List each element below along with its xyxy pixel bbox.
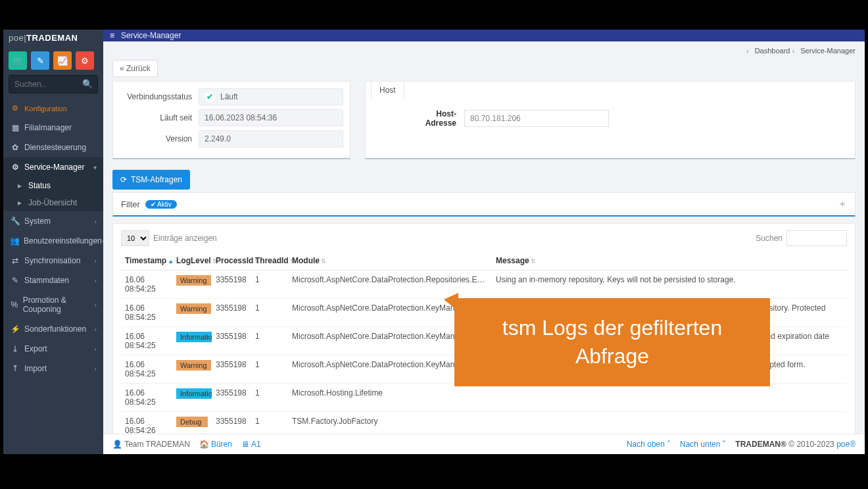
crumb-dashboard[interactable]: Dashboard — [755, 47, 790, 55]
filter-active-badge[interactable]: ✔ Aktiv — [145, 200, 177, 209]
cell-message: Using an in-memory repository. Keys will… — [492, 270, 847, 299]
footer: 👤 Team TRADEMAN 🏠 Büren 🖥 A1 Nach oben ˄… — [103, 434, 865, 454]
host-panel: Host Host-Adresse — [365, 81, 856, 159]
subnav-label: Job-Übersicht — [28, 198, 77, 207]
chevron-left-icon: ‹ — [102, 238, 104, 245]
sort-icon: ⇅ — [531, 258, 536, 265]
cell-processid: 3355198 — [212, 270, 251, 299]
col-processid[interactable]: ProcessId⇅ — [212, 251, 251, 270]
chevron-left-icon: ‹ — [95, 346, 97, 353]
col-message[interactable]: Message⇅ — [492, 251, 847, 270]
table-search-input[interactable] — [786, 230, 847, 246]
nav-section-config-label: Konfiguration — [24, 105, 67, 113]
cell-timestamp: 16.06 08:54:25 — [121, 355, 172, 384]
col-module[interactable]: Module⇅ — [288, 251, 492, 270]
subnav-status[interactable]: ▸Status — [3, 177, 103, 194]
nav-benutzereinstellungen[interactable]: 👥Benutzereinstellungen‹ — [3, 231, 103, 251]
sidebar: poe| TRADEMAN 🛒 ✎ 📈 ⚙ 🔍 ⚙Konfiguration ▦… — [3, 30, 103, 454]
main: ≡ Service-Manager › Dashboard › Service-… — [103, 30, 865, 454]
cart-icon[interactable]: 🛒 — [9, 51, 27, 70]
cell-loglevel: Information — [172, 327, 212, 355]
label-verbindungsstatus: Verbindungsstatus — [120, 92, 199, 101]
cell-threadid: 1 — [251, 270, 288, 299]
cell-processid: 3355198 — [212, 355, 251, 384]
cell-loglevel: Information — [172, 384, 212, 412]
menu-icon[interactable]: ≡ — [110, 31, 114, 40]
status-panel: Verbindungsstatus ✔Läuft Läuft seit 16.0… — [112, 81, 350, 159]
nav-promotion[interactable]: %Promotion & Couponing‹ — [3, 290, 103, 319]
chevron-left-icon: ‹ — [95, 277, 97, 284]
nav-label: Filialmanager — [24, 123, 72, 132]
footer-location[interactable]: 🏠 Büren — [199, 440, 232, 449]
tab-host[interactable]: Host — [371, 81, 404, 99]
check-icon: ✔ — [205, 91, 215, 102]
cell-threadid: 1 — [251, 384, 288, 412]
expand-filter-icon[interactable]: ＋ — [838, 198, 847, 210]
topbar: ≡ Service-Manager — [103, 30, 865, 41]
nav-section-config: ⚙Konfiguration — [3, 99, 103, 118]
table-row: 16.06 08:54:25Information33551981Microso… — [121, 384, 847, 412]
nav-sonderfunktionen[interactable]: ⚡Sonderfunktionen‹ — [3, 319, 103, 339]
cell-message — [492, 412, 847, 434]
label-host-adresse: Host-Adresse — [405, 109, 464, 128]
col-loglevel[interactable]: LogLevel⇅ — [172, 251, 212, 270]
nav-dienstesteuerung[interactable]: ✿Dienstesteuerung — [3, 138, 103, 157]
back-button[interactable]: « Zurück — [112, 60, 158, 77]
gear-icon: ⚙ — [10, 104, 20, 113]
sidebar-search[interactable]: 🔍 — [9, 75, 98, 93]
nav-label: Export — [24, 344, 47, 353]
chevron-left-icon: ‹ — [95, 301, 97, 309]
crumb-service-manager[interactable]: Service-Manager — [800, 47, 856, 55]
nav-import[interactable]: ⤒Import‹ — [3, 359, 103, 378]
nav-export[interactable]: ⤓Export‹ — [3, 339, 103, 359]
cell-message — [492, 384, 847, 412]
cogs-icon: ⚙ — [10, 163, 20, 172]
percent-icon: % — [10, 300, 19, 309]
nav-system[interactable]: 🔧System‹ — [3, 211, 103, 231]
scroll-top-button[interactable]: Nach oben ˄ — [627, 440, 671, 449]
chart-icon[interactable]: 📈 — [53, 51, 72, 70]
cell-loglevel: Debug — [172, 412, 212, 434]
cell-threadid: 1 — [251, 327, 288, 355]
host-address-input[interactable] — [464, 110, 609, 127]
upload-icon: ⤒ — [10, 364, 20, 373]
subnav-job-uebersicht[interactable]: ▸Job-Übersicht — [3, 194, 103, 211]
page-size-select[interactable]: 10 — [121, 230, 149, 246]
status-text: Läuft — [220, 92, 238, 101]
nav-stammdaten[interactable]: ✎Stammdaten‹ — [3, 270, 103, 290]
scroll-bottom-button[interactable]: Nach unten ˅ — [680, 440, 726, 449]
entries-label: Einträge anzeigen — [153, 234, 217, 243]
cell-processid: 3355198 — [212, 412, 251, 434]
users-icon: 👥 — [10, 236, 20, 245]
nav-label: Promotion & Couponing — [23, 296, 95, 314]
nav-service-manager[interactable]: ⚙Service-Manager▾ — [3, 157, 103, 177]
footer-copy: TRADEMAN® © 2010-2023 poe® — [735, 440, 856, 449]
nav-label: Synchronisation — [24, 256, 80, 265]
brand: poe| TRADEMAN — [3, 30, 103, 46]
edit-icon[interactable]: ✎ — [31, 51, 49, 70]
nav-synchronisation[interactable]: ⇄Synchronisation‹ — [3, 251, 103, 270]
cell-threadid: 1 — [251, 412, 288, 434]
tsm-btn-label: TSM-Abfragen — [131, 175, 182, 184]
nav-label: Benutzereinstellungen — [24, 236, 102, 245]
search-icon[interactable]: 🔍 — [82, 79, 93, 89]
cell-processid: 3355198 — [212, 327, 251, 355]
share-icon[interactable]: ⚙ — [76, 51, 94, 70]
footer-station[interactable]: 🖥 A1 — [241, 440, 261, 449]
caret-icon: ▸ — [18, 198, 26, 207]
cell-timestamp: 16.06 08:54:25 — [121, 384, 172, 412]
cell-processid: 3355198 — [212, 299, 251, 327]
tsm-abfragen-button[interactable]: ⟳ TSM-Abfragen — [112, 170, 190, 190]
col-threadid[interactable]: ThreadId⇅ — [251, 251, 288, 270]
quick-actions: 🛒 ✎ 📈 ⚙ — [3, 46, 103, 75]
nav-filialmanager[interactable]: ▦Filialmanager — [3, 118, 103, 138]
topbar-title: Service-Manager — [121, 31, 181, 40]
filter-bar: Filter ✔ Aktiv ＋ — [112, 192, 856, 217]
label-version: Version — [120, 134, 199, 143]
cell-timestamp: 16.06 08:54:26 — [121, 412, 172, 434]
col-timestamp[interactable]: Timestamp▲ — [121, 251, 172, 270]
brand-name: TRADEMAN — [26, 33, 78, 43]
nav-list: ⚙Konfiguration ▦Filialmanager ✿Dienstest… — [3, 99, 103, 378]
nav-label: Stammdaten — [24, 276, 69, 285]
value-version: 2.249.0 — [199, 130, 343, 147]
